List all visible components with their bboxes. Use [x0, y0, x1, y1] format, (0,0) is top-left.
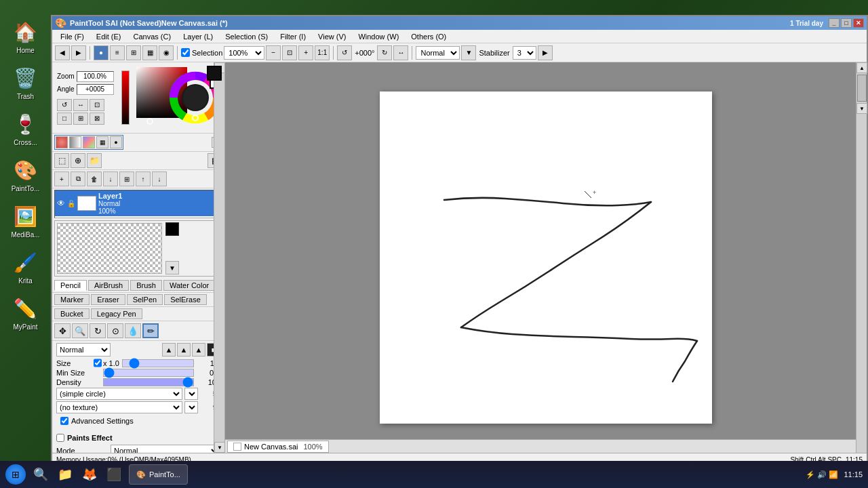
desktop-icon-crossover[interactable]: 🍷 Cross...	[5, 110, 46, 146]
nav-btn-2[interactable]: ↔	[73, 99, 88, 111]
tab-legacypen[interactable]: Legacy Pen	[91, 308, 142, 319]
toolbar-view-3[interactable]: ⊞	[126, 45, 141, 60]
desktop-icon-mypaint[interactable]: ✏️ MyPaint	[5, 295, 46, 331]
layer-lock-icon[interactable]: 🔓	[67, 200, 75, 207]
nav-btn-1[interactable]: ↺	[57, 99, 72, 111]
selection-checkbox-label[interactable]: Selection	[181, 48, 222, 57]
desktop-icon-krita[interactable]: 🖌️ Krita	[5, 249, 46, 285]
toolbar-nav-left[interactable]: ◀	[55, 45, 70, 60]
menu-layer[interactable]: Layer (L)	[178, 31, 218, 42]
transform-tool[interactable]: ⊕	[71, 153, 85, 168]
color-mode-palette[interactable]: ▦	[96, 136, 108, 148]
menu-others[interactable]: Others (O)	[406, 31, 452, 42]
scroll-down-btn[interactable]: ▼	[856, 103, 867, 114]
taskbar-search-icon[interactable]: 🔍	[31, 465, 50, 484]
zoom-select[interactable]: 100%	[224, 46, 264, 60]
brush-texture-select[interactable]: (no texture)	[56, 401, 182, 413]
shape-triangle2[interactable]: ▲	[177, 343, 191, 357]
nav-btn-4[interactable]: □	[57, 113, 72, 125]
size-slider[interactable]	[122, 359, 194, 367]
zoom-out-button[interactable]: −	[266, 45, 281, 60]
zoom-fit-button[interactable]: ⊡	[282, 45, 297, 60]
canvas-tab[interactable]: New Canvas.sai 100%	[227, 441, 329, 453]
menu-edit[interactable]: Edit (E)	[91, 31, 127, 42]
layer-up-btn[interactable]: ↑	[136, 171, 151, 186]
blend-mode-select[interactable]: Normal	[416, 46, 460, 60]
tab-airbrush[interactable]: AirBrush	[88, 280, 129, 291]
color-mode-mixer[interactable]: ●	[110, 136, 122, 148]
new-layer-btn[interactable]: +	[54, 171, 69, 186]
scroll-track-area[interactable]	[856, 75, 867, 102]
move-tool[interactable]: ✥	[54, 323, 71, 338]
taskbar-painttool-app[interactable]: 🎨 PaintTo...	[129, 464, 188, 485]
menu-view[interactable]: View (V)	[313, 31, 351, 42]
tab-selerase[interactable]: SelErase	[164, 294, 207, 305]
advanced-settings-checkbox[interactable]	[60, 417, 68, 425]
flip-h-button[interactable]: ↔	[393, 45, 408, 60]
taskbar-files-icon[interactable]: 📁	[56, 465, 75, 484]
color-mode-hsl[interactable]	[69, 136, 81, 148]
shape-triangle1[interactable]: ▲	[162, 343, 176, 357]
scroll-up-btn[interactable]: ▲	[856, 62, 867, 73]
tab-brush[interactable]: Brush	[130, 280, 162, 291]
menu-file[interactable]: File (F)	[55, 31, 90, 42]
zoom-in-button[interactable]: +	[298, 45, 313, 60]
size-checkbox[interactable]	[94, 359, 102, 367]
zoom-tool[interactable]: 🔍	[72, 323, 88, 338]
menu-window[interactable]: Window (W)	[353, 31, 404, 42]
select-tool[interactable]: ⬚	[54, 153, 69, 168]
merge-all-btn[interactable]: ⊞	[119, 171, 134, 186]
zoom-input[interactable]: 100.0%	[77, 71, 114, 82]
tool-panel-scroll[interactable]: Zoom 100.0% Angle +0005 ↺ ↔ ⊡ □ ⊞ ⊠	[52, 62, 224, 453]
desktop-icon-home[interactable]: 🏠 Home	[5, 18, 46, 54]
eyedropper-tool[interactable]: 💧	[125, 323, 141, 338]
toolbar-view-2[interactable]: ≡	[110, 45, 125, 60]
brush-texture-sub[interactable]: ▼	[184, 401, 198, 413]
shape-triangle3[interactable]: ▲	[192, 343, 205, 357]
stabilizer-btn[interactable]: ▶	[538, 45, 553, 60]
color-mode-wheel[interactable]	[83, 136, 95, 148]
nav-btn-3[interactable]: ⊡	[90, 99, 104, 111]
brush-shape-select[interactable]: (simple circle)	[56, 388, 182, 400]
desktop-icon-medibang[interactable]: 🖼️ MediBa...	[5, 203, 46, 239]
selection-checkbox[interactable]	[181, 48, 190, 57]
tab-selpen[interactable]: SelPen	[127, 294, 163, 305]
toolbar-view-4[interactable]: ▦	[142, 45, 157, 60]
zoom-actual-button[interactable]: 1:1	[315, 45, 330, 60]
color-black-swatch[interactable]	[165, 222, 179, 236]
min-size-slider[interactable]	[103, 369, 194, 377]
menu-filter[interactable]: Filter (I)	[275, 31, 311, 42]
nav-btn-6[interactable]: ⊠	[90, 113, 104, 125]
tab-marker[interactable]: Marker	[54, 294, 90, 305]
layer-eye-icon[interactable]: 👁	[57, 199, 65, 208]
density-slider[interactable]	[103, 378, 194, 386]
menu-canvas[interactable]: Canvas (C)	[128, 31, 177, 42]
tab-watercolor[interactable]: Water Color	[163, 280, 215, 291]
minimize-button[interactable]: _	[829, 18, 840, 28]
foreground-color-swatch[interactable]	[207, 66, 222, 81]
angle-input[interactable]: +0005	[77, 84, 114, 95]
brush-shape-sub[interactable]: ▼	[184, 388, 198, 400]
stabilizer-select[interactable]: 3	[513, 46, 536, 60]
close-button[interactable]: ✕	[853, 18, 864, 28]
merge-down-btn[interactable]: ↓	[103, 171, 118, 186]
toolbar-nav-right[interactable]: ▶	[71, 45, 86, 60]
color-options-btn[interactable]: ▼	[165, 261, 179, 274]
copy-layer-btn[interactable]: ⧉	[71, 171, 85, 186]
mode-select[interactable]: Normal	[111, 445, 220, 453]
panel-scroll-down-btn[interactable]: ▼	[214, 442, 225, 453]
taskbar-browser-icon[interactable]: 🦊	[80, 465, 99, 484]
rotate-tool[interactable]: ↻	[90, 323, 106, 338]
paints-effect-checkbox[interactable]	[56, 434, 64, 442]
layer-item-1[interactable]: 👁 🔓 Layer1 Normal 100%	[55, 190, 222, 216]
tab-eraser[interactable]: Eraser	[91, 294, 125, 305]
blend-mode-btn[interactable]: ▼	[461, 45, 476, 60]
vertical-scrollbar[interactable]: ▲ ▼	[856, 62, 867, 453]
scroll-thumb[interactable]	[857, 75, 867, 102]
color-slider-1[interactable]	[121, 70, 130, 125]
layer-down-btn[interactable]: ↓	[152, 171, 167, 186]
drawing-canvas[interactable]: +	[380, 92, 712, 424]
tab-pencil[interactable]: Pencil	[54, 280, 87, 291]
desktop-icon-trash[interactable]: 🗑️ Trash	[5, 64, 46, 100]
color-mode-hsv[interactable]	[56, 136, 68, 148]
